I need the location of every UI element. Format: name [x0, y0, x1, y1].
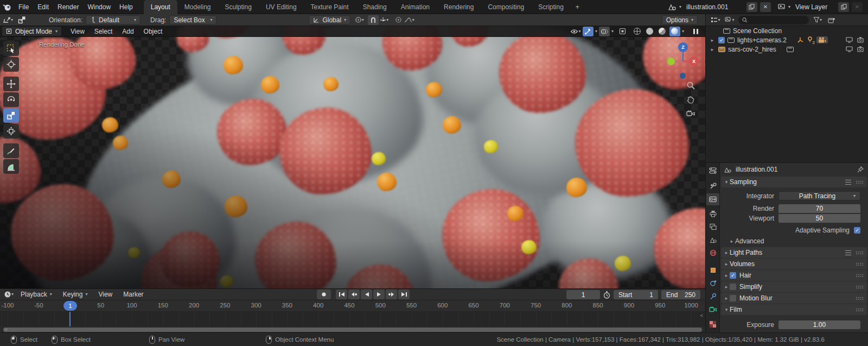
- tab-output-properties[interactable]: [706, 207, 719, 219]
- tool-scale[interactable]: [3, 108, 19, 123]
- camera-view-icon[interactable]: [685, 108, 697, 119]
- tool-annotate[interactable]: [3, 143, 19, 158]
- outliner-search-input[interactable]: [738, 16, 809, 24]
- gizmo-x-ball[interactable]: X: [689, 56, 699, 66]
- visibility-dropdown[interactable]: ▾: [570, 27, 581, 36]
- tab-constraints-properties[interactable]: [706, 290, 719, 302]
- properties-editor-type-button[interactable]: [706, 165, 719, 177]
- gizmo-y-ball[interactable]: [667, 58, 675, 65]
- menu-file[interactable]: File: [14, 0, 33, 14]
- drag-grip-icon[interactable]: [856, 274, 864, 278]
- gizmo-z-ball[interactable]: Z: [678, 42, 688, 52]
- xray-toggle[interactable]: [617, 27, 628, 36]
- outliner-display-mode-dropdown[interactable]: ▾: [710, 15, 721, 25]
- panel-hair[interactable]: ▸ ✓ Hair: [721, 270, 867, 281]
- playhead[interactable]: [69, 312, 71, 326]
- tab-uv-editing[interactable]: UV Editing: [259, 0, 304, 14]
- tab-view-layer-properties[interactable]: [706, 221, 719, 232]
- scene-name[interactable]: illustration.001: [684, 3, 744, 11]
- view-layer-selector[interactable]: ▾ View Layer ✕: [777, 2, 863, 12]
- view-layer-copy-button[interactable]: [838, 2, 849, 12]
- render-visibility-icon[interactable]: [857, 37, 864, 43]
- pin-icon[interactable]: [857, 166, 864, 173]
- tool-select-box[interactable]: [3, 41, 19, 56]
- tab-scripting[interactable]: Scripting: [531, 0, 571, 14]
- tab-sculpting[interactable]: Sculpting: [218, 0, 259, 14]
- view-layer-name[interactable]: View Layer: [793, 3, 835, 11]
- integrator-dropdown[interactable]: Path Tracing ▾: [778, 191, 860, 200]
- end-frame-field[interactable]: End 250: [661, 290, 700, 299]
- scene-unlink-button[interactable]: ✕: [760, 2, 771, 12]
- menu-select[interactable]: Select: [90, 28, 117, 35]
- outliner-row-scene-collection[interactable]: Scene Collection: [706, 26, 868, 35]
- drag-grip-icon[interactable]: [856, 308, 864, 312]
- stopwatch-icon[interactable]: [603, 291, 610, 299]
- prev-keyframe-button[interactable]: [348, 290, 360, 299]
- menu-view[interactable]: View: [66, 28, 90, 35]
- panel-advanced[interactable]: ▸ Advanced: [726, 236, 867, 247]
- tab-animation[interactable]: Animation: [394, 0, 437, 14]
- menu-marker[interactable]: Marker: [119, 291, 148, 298]
- outliner-row-sars-cov-2[interactable]: ▸ sars-cov-2_hires: [706, 45, 868, 54]
- play-reverse-button[interactable]: [361, 290, 372, 299]
- tab-rendering[interactable]: Rendering: [437, 0, 481, 14]
- menu-window[interactable]: Window: [83, 0, 115, 14]
- tool-measure[interactable]: [3, 159, 19, 174]
- shading-solid-button[interactable]: [644, 27, 655, 36]
- tab-object-properties[interactable]: [706, 264, 719, 276]
- start-frame-field[interactable]: Start 1: [614, 290, 658, 299]
- pivot-point-dropdown[interactable]: ▾: [354, 15, 365, 25]
- timeline-scrollbar[interactable]: [3, 328, 702, 332]
- tool-move[interactable]: [3, 77, 19, 91]
- chevron-down-icon[interactable]: ▾: [595, 29, 597, 34]
- timeline-ruler[interactable]: 1 -100-505010015020025030035040045050055…: [0, 300, 705, 312]
- outliner-filter-id-dropdown[interactable]: ▾: [724, 15, 735, 25]
- scene-copy-button[interactable]: [746, 2, 757, 12]
- tab-compositing[interactable]: Compositing: [481, 0, 531, 14]
- scene-selector[interactable]: ▾ illustration.001 ✕: [668, 2, 771, 12]
- chevron-down-icon[interactable]: ▾: [611, 29, 614, 34]
- tab-object-data-properties[interactable]: [706, 303, 719, 315]
- blender-logo-icon[interactable]: [0, 0, 14, 14]
- drag-grip-icon[interactable]: [856, 262, 864, 266]
- shading-material-button[interactable]: [657, 27, 668, 36]
- panel-sampling[interactable]: ▾ Sampling: [721, 177, 867, 187]
- render-samples-field[interactable]: 70: [778, 204, 860, 213]
- adaptive-sampling-checkbox[interactable]: ✓: [854, 227, 860, 234]
- tool-transform[interactable]: [3, 124, 19, 139]
- tab-render-properties[interactable]: [706, 193, 719, 205]
- gizmo-minus-z-ball[interactable]: [680, 73, 686, 79]
- collapse-arrow-icon[interactable]: <: [700, 313, 703, 318]
- pan-view-hand-icon[interactable]: [685, 93, 697, 105]
- chevron-down-icon[interactable]: ▾: [682, 29, 684, 34]
- drag-grip-icon[interactable]: [856, 180, 864, 184]
- tab-texture-paint[interactable]: Texture Paint: [304, 0, 356, 14]
- jump-to-start-button[interactable]: [336, 290, 347, 299]
- shading-rendered-button[interactable]: [669, 27, 680, 36]
- play-button[interactable]: [373, 290, 385, 299]
- panel-motion-blur[interactable]: ▸ Motion Blur: [721, 293, 867, 304]
- snap-toggle[interactable]: [368, 15, 379, 25]
- transform-orientation-dropdown[interactable]: Global ▾: [309, 15, 350, 24]
- menu-playback[interactable]: Playback▾: [16, 291, 56, 298]
- tab-shading[interactable]: Shading: [356, 0, 394, 14]
- expand-arrow-icon[interactable]: ▸: [709, 47, 716, 52]
- drag-dropdown[interactable]: Select Box ▾: [169, 15, 216, 24]
- simplify-checkbox[interactable]: [730, 284, 736, 290]
- hair-checkbox[interactable]: ✓: [730, 272, 736, 279]
- viewport-samples-field[interactable]: 50: [778, 214, 860, 223]
- menu-object[interactable]: Object: [139, 28, 168, 35]
- expand-arrow-icon[interactable]: ▸: [709, 37, 716, 43]
- new-collection-button[interactable]: [826, 15, 837, 25]
- add-workspace-button[interactable]: +: [571, 0, 584, 14]
- exposure-field[interactable]: 1.00: [778, 320, 860, 329]
- tab-tool-properties[interactable]: [706, 180, 719, 192]
- menu-edit[interactable]: Edit: [33, 0, 53, 14]
- menu-help[interactable]: Help: [115, 0, 137, 14]
- menu-keying[interactable]: Keying▾: [59, 291, 92, 298]
- orientation-dropdown[interactable]: Default ▾: [86, 15, 141, 24]
- panel-simplify[interactable]: ▸ Simplify: [721, 281, 867, 292]
- shading-wireframe-button[interactable]: [632, 27, 643, 36]
- zoom-view-icon[interactable]: [685, 79, 697, 91]
- viewport-3d[interactable]: Object Mode ▾ View Select Add Object ▾ ▾: [0, 26, 705, 288]
